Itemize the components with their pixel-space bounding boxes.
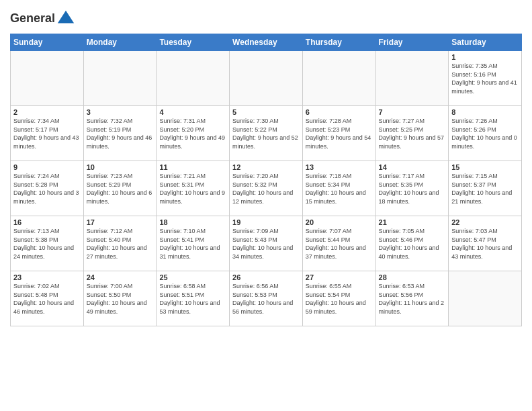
calendar-header-thursday: Thursday <box>302 34 375 51</box>
day-info: Sunrise: 7:09 AM Sunset: 5:43 PM Dayligh… <box>232 227 300 261</box>
header: General <box>10 7 522 28</box>
day-info: Sunrise: 7:17 AM Sunset: 5:35 PM Dayligh… <box>379 172 446 205</box>
calendar-cell: 8Sunrise: 7:26 AM Sunset: 5:26 PM Daylig… <box>449 106 522 161</box>
day-info: Sunrise: 7:30 AM Sunset: 5:22 PM Dayligh… <box>232 117 300 150</box>
day-number: 13 <box>306 163 373 171</box>
calendar-cell <box>302 51 375 106</box>
day-number: 5 <box>232 108 300 116</box>
calendar-week-row: 1Sunrise: 7:35 AM Sunset: 5:16 PM Daylig… <box>11 51 522 106</box>
day-number: 8 <box>451 108 519 116</box>
day-info: Sunrise: 7:20 AM Sunset: 5:32 PM Dayligh… <box>232 172 300 205</box>
day-number: 26 <box>232 273 300 281</box>
day-info: Sunrise: 6:56 AM Sunset: 5:53 PM Dayligh… <box>232 282 300 316</box>
day-number: 15 <box>451 163 519 171</box>
calendar-cell: 17Sunrise: 7:12 AM Sunset: 5:40 PM Dayli… <box>83 216 157 271</box>
svg-marker-0 <box>58 11 74 24</box>
calendar-cell: 20Sunrise: 7:07 AM Sunset: 5:44 PM Dayli… <box>302 216 375 271</box>
calendar-cell: 26Sunrise: 6:56 AM Sunset: 5:53 PM Dayli… <box>230 271 303 326</box>
day-number: 28 <box>379 273 446 281</box>
calendar-cell: 13Sunrise: 7:18 AM Sunset: 5:34 PM Dayli… <box>302 161 375 216</box>
day-info: Sunrise: 7:26 AM Sunset: 5:26 PM Dayligh… <box>451 117 519 150</box>
day-info: Sunrise: 7:32 AM Sunset: 5:19 PM Dayligh… <box>87 117 154 150</box>
calendar-cell: 1Sunrise: 7:35 AM Sunset: 5:16 PM Daylig… <box>449 51 522 106</box>
calendar-cell: 18Sunrise: 7:10 AM Sunset: 5:41 PM Dayli… <box>157 216 230 271</box>
day-number: 19 <box>232 218 300 226</box>
calendar-cell <box>375 51 449 106</box>
day-info: Sunrise: 7:35 AM Sunset: 5:16 PM Dayligh… <box>451 62 519 95</box>
day-number: 24 <box>87 273 154 281</box>
day-number: 7 <box>379 108 446 116</box>
day-info: Sunrise: 7:15 AM Sunset: 5:37 PM Dayligh… <box>451 172 519 205</box>
day-info: Sunrise: 7:00 AM Sunset: 5:50 PM Dayligh… <box>87 282 154 316</box>
day-number: 20 <box>306 218 373 226</box>
day-number: 14 <box>379 163 446 171</box>
calendar-week-row: 16Sunrise: 7:13 AM Sunset: 5:38 PM Dayli… <box>11 216 522 271</box>
day-info: Sunrise: 6:53 AM Sunset: 5:56 PM Dayligh… <box>379 282 446 316</box>
day-number: 25 <box>159 273 226 281</box>
day-info: Sunrise: 6:58 AM Sunset: 5:51 PM Dayligh… <box>159 282 226 316</box>
calendar-cell: 21Sunrise: 7:05 AM Sunset: 5:46 PM Dayli… <box>375 216 449 271</box>
day-info: Sunrise: 7:13 AM Sunset: 5:38 PM Dayligh… <box>13 227 81 261</box>
day-number: 23 <box>13 273 81 281</box>
day-number: 12 <box>232 163 300 171</box>
day-number: 16 <box>13 218 81 226</box>
logo-general: General <box>10 12 55 26</box>
calendar-cell: 15Sunrise: 7:15 AM Sunset: 5:37 PM Dayli… <box>449 161 522 216</box>
calendar-header-row: SundayMondayTuesdayWednesdayThursdayFrid… <box>11 34 522 51</box>
calendar-cell <box>157 51 230 106</box>
calendar-cell: 11Sunrise: 7:21 AM Sunset: 5:31 PM Dayli… <box>157 161 230 216</box>
calendar-cell: 5Sunrise: 7:30 AM Sunset: 5:22 PM Daylig… <box>230 106 303 161</box>
day-info: Sunrise: 7:28 AM Sunset: 5:23 PM Dayligh… <box>306 117 373 150</box>
day-info: Sunrise: 7:21 AM Sunset: 5:31 PM Dayligh… <box>159 172 226 205</box>
logo-icon <box>56 9 75 28</box>
calendar: SundayMondayTuesdayWednesdayThursdayFrid… <box>10 34 522 326</box>
calendar-cell: 4Sunrise: 7:31 AM Sunset: 5:20 PM Daylig… <box>157 106 230 161</box>
calendar-cell: 7Sunrise: 7:27 AM Sunset: 5:25 PM Daylig… <box>375 106 449 161</box>
day-number: 6 <box>306 108 373 116</box>
calendar-header-sunday: Sunday <box>11 34 84 51</box>
calendar-cell: 19Sunrise: 7:09 AM Sunset: 5:43 PM Dayli… <box>230 216 303 271</box>
day-number: 3 <box>87 108 154 116</box>
calendar-cell: 2Sunrise: 7:34 AM Sunset: 5:17 PM Daylig… <box>11 106 84 161</box>
calendar-cell <box>449 271 522 326</box>
calendar-header-wednesday: Wednesday <box>230 34 303 51</box>
calendar-header-monday: Monday <box>83 34 157 51</box>
day-info: Sunrise: 7:27 AM Sunset: 5:25 PM Dayligh… <box>379 117 446 150</box>
calendar-header-tuesday: Tuesday <box>157 34 230 51</box>
day-info: Sunrise: 7:05 AM Sunset: 5:46 PM Dayligh… <box>379 227 446 261</box>
day-number: 11 <box>159 163 226 171</box>
calendar-cell: 23Sunrise: 7:02 AM Sunset: 5:48 PM Dayli… <box>11 271 84 326</box>
calendar-header-friday: Friday <box>375 34 449 51</box>
day-info: Sunrise: 7:03 AM Sunset: 5:47 PM Dayligh… <box>451 227 519 261</box>
day-number: 17 <box>87 218 154 226</box>
calendar-week-row: 23Sunrise: 7:02 AM Sunset: 5:48 PM Dayli… <box>11 271 522 326</box>
day-info: Sunrise: 7:34 AM Sunset: 5:17 PM Dayligh… <box>13 117 81 150</box>
day-info: Sunrise: 7:31 AM Sunset: 5:20 PM Dayligh… <box>159 117 226 150</box>
calendar-cell: 28Sunrise: 6:53 AM Sunset: 5:56 PM Dayli… <box>375 271 449 326</box>
day-info: Sunrise: 7:24 AM Sunset: 5:28 PM Dayligh… <box>13 172 81 205</box>
calendar-cell <box>230 51 303 106</box>
calendar-cell: 14Sunrise: 7:17 AM Sunset: 5:35 PM Dayli… <box>375 161 449 216</box>
day-number: 4 <box>159 108 226 116</box>
calendar-week-row: 2Sunrise: 7:34 AM Sunset: 5:17 PM Daylig… <box>11 106 522 161</box>
calendar-cell: 10Sunrise: 7:23 AM Sunset: 5:29 PM Dayli… <box>83 161 157 216</box>
day-info: Sunrise: 7:10 AM Sunset: 5:41 PM Dayligh… <box>159 227 226 261</box>
day-number: 2 <box>13 108 81 116</box>
calendar-cell: 9Sunrise: 7:24 AM Sunset: 5:28 PM Daylig… <box>11 161 84 216</box>
day-number: 27 <box>306 273 373 281</box>
day-info: Sunrise: 6:55 AM Sunset: 5:54 PM Dayligh… <box>306 282 373 316</box>
day-number: 22 <box>451 218 519 226</box>
calendar-cell: 25Sunrise: 6:58 AM Sunset: 5:51 PM Dayli… <box>157 271 230 326</box>
day-info: Sunrise: 7:02 AM Sunset: 5:48 PM Dayligh… <box>13 282 81 316</box>
calendar-cell: 27Sunrise: 6:55 AM Sunset: 5:54 PM Dayli… <box>302 271 375 326</box>
calendar-cell: 22Sunrise: 7:03 AM Sunset: 5:47 PM Dayli… <box>449 216 522 271</box>
calendar-header-saturday: Saturday <box>449 34 522 51</box>
day-info: Sunrise: 7:07 AM Sunset: 5:44 PM Dayligh… <box>306 227 373 261</box>
day-number: 9 <box>13 163 81 171</box>
day-number: 21 <box>379 218 446 226</box>
day-info: Sunrise: 7:12 AM Sunset: 5:40 PM Dayligh… <box>87 227 154 261</box>
day-info: Sunrise: 7:23 AM Sunset: 5:29 PM Dayligh… <box>87 172 154 205</box>
calendar-cell <box>11 51 84 106</box>
page: General SundayMondayTuesdayWednesdayThur… <box>0 0 532 411</box>
calendar-cell: 16Sunrise: 7:13 AM Sunset: 5:38 PM Dayli… <box>11 216 84 271</box>
